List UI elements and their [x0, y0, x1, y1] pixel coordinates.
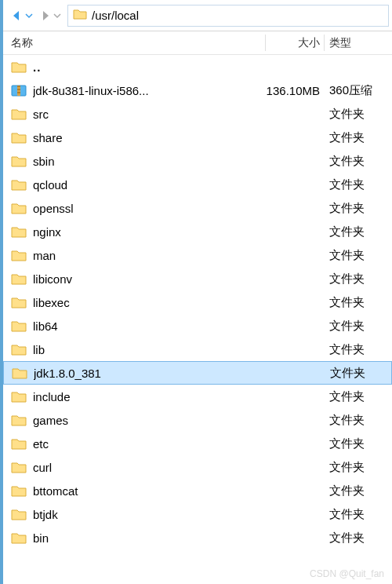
file-name: src	[33, 108, 49, 121]
file-row[interactable]: bttomcat文件夹	[3, 479, 392, 502]
type-cell: 文件夹	[325, 107, 392, 122]
file-name: curl	[33, 461, 52, 474]
folder-icon	[11, 224, 27, 239]
folder-icon	[11, 531, 27, 545]
file-row[interactable]: curl文件夹	[3, 455, 392, 479]
file-name: sbin	[33, 155, 55, 168]
file-row[interactable]: jdk1.8.0_381文件夹	[3, 361, 392, 385]
type-cell: 文件夹	[325, 154, 392, 169]
type-cell: 文件夹	[325, 507, 392, 522]
type-cell: 文件夹	[325, 224, 392, 239]
name-cell: qcloud	[3, 177, 266, 192]
file-row[interactable]: lib文件夹	[3, 338, 392, 361]
file-name: games	[33, 414, 68, 427]
folder-icon	[11, 272, 27, 286]
file-row[interactable]: games文件夹	[3, 408, 392, 432]
column-size[interactable]: 大小	[266, 31, 325, 54]
folder-icon	[11, 342, 27, 356]
file-row[interactable]: qcloud文件夹	[3, 173, 392, 196]
file-row[interactable]: openssl文件夹	[3, 196, 392, 220]
file-name: etc	[33, 437, 49, 451]
type-cell: 文件夹	[325, 484, 392, 498]
file-row[interactable]: lib64文件夹	[3, 314, 392, 338]
file-name: bin	[33, 531, 49, 545]
file-row[interactable]: jdk-8u381-linux-i586...136.10MB360压缩	[3, 78, 392, 102]
nav-bar: /usr/local	[3, 0, 392, 31]
file-row[interactable]: src文件夹	[3, 102, 392, 126]
file-manager-window: /usr/local 名称 大小 类型 ..jdk-8u381-linux-i5…	[0, 0, 392, 584]
folder-icon	[11, 389, 27, 403]
folder-icon	[11, 201, 27, 215]
archive-icon	[11, 83, 27, 97]
file-name: openssl	[33, 202, 74, 215]
type-cell: 文件夹	[325, 389, 392, 404]
back-dropdown[interactable]	[24, 5, 34, 27]
file-name: btjdk	[33, 508, 58, 521]
path-box[interactable]: /usr/local	[67, 5, 389, 27]
name-cell: btjdk	[3, 507, 266, 521]
type-cell: 文件夹	[325, 130, 392, 145]
name-cell: lib	[3, 342, 266, 356]
folder-icon	[11, 177, 27, 192]
file-name: nginx	[33, 225, 61, 239]
name-cell: games	[3, 413, 266, 427]
type-cell: 文件夹	[325, 201, 392, 216]
name-cell: include	[3, 389, 266, 403]
type-cell: 文件夹	[325, 319, 392, 334]
column-header: 名称 大小 类型	[3, 31, 392, 55]
name-cell: lib64	[3, 319, 266, 333]
file-row[interactable]: etc文件夹	[3, 432, 392, 455]
name-cell: bttomcat	[3, 484, 266, 498]
type-cell: 文件夹	[325, 531, 392, 546]
file-row[interactable]: nginx文件夹	[3, 220, 392, 243]
column-type[interactable]: 类型	[325, 31, 392, 54]
folder-icon	[11, 130, 27, 144]
file-row[interactable]: include文件夹	[3, 385, 392, 408]
file-name: libiconv	[33, 272, 72, 286]
file-row[interactable]: sbin文件夹	[3, 149, 392, 173]
path-text: /usr/local	[92, 9, 139, 22]
name-cell: bin	[3, 531, 266, 545]
file-row[interactable]: libexec文件夹	[3, 290, 392, 314]
type-cell: 文件夹	[325, 460, 392, 475]
svg-rect-2	[17, 86, 20, 87]
file-name: lib	[33, 343, 45, 356]
forward-dropdown[interactable]	[52, 5, 63, 27]
name-cell: jdk1.8.0_381	[4, 366, 267, 380]
folder-icon	[11, 460, 27, 474]
type-cell: 360压缩	[325, 83, 392, 98]
file-row[interactable]: btjdk文件夹	[3, 502, 392, 526]
file-name: include	[33, 390, 71, 403]
column-name[interactable]: 名称	[3, 31, 266, 54]
folder-icon	[11, 484, 27, 498]
name-cell: etc	[3, 436, 266, 451]
type-cell: 文件夹	[325, 436, 392, 451]
file-name: man	[33, 249, 56, 262]
name-cell: libexec	[3, 295, 266, 309]
type-cell: 文件夹	[325, 413, 392, 428]
name-cell: nginx	[3, 224, 266, 239]
type-cell: 文件夹	[325, 295, 392, 310]
name-cell: openssl	[3, 201, 266, 215]
folder-icon	[11, 60, 27, 74]
file-row[interactable]: libiconv文件夹	[3, 267, 392, 290]
folder-icon	[11, 248, 27, 262]
file-row[interactable]: bin文件夹	[3, 526, 392, 549]
name-cell: curl	[3, 460, 266, 474]
name-cell: sbin	[3, 154, 266, 168]
file-list[interactable]: ..jdk-8u381-linux-i586...136.10MB360压缩sr…	[3, 55, 392, 584]
file-name: bttomcat	[33, 484, 78, 498]
name-cell: jdk-8u381-linux-i586...	[3, 83, 266, 97]
folder-icon	[11, 319, 27, 333]
type-cell: 文件夹	[325, 272, 392, 287]
file-row[interactable]: man文件夹	[3, 243, 392, 267]
file-name: jdk1.8.0_381	[34, 367, 101, 380]
folder-icon	[11, 295, 27, 309]
file-row[interactable]: ..	[3, 55, 392, 78]
name-cell: man	[3, 248, 266, 262]
folder-icon	[11, 107, 27, 121]
type-cell: 文件夹	[325, 177, 392, 192]
folder-icon	[11, 413, 27, 427]
folder-icon	[12, 366, 27, 380]
file-row[interactable]: share文件夹	[3, 126, 392, 149]
